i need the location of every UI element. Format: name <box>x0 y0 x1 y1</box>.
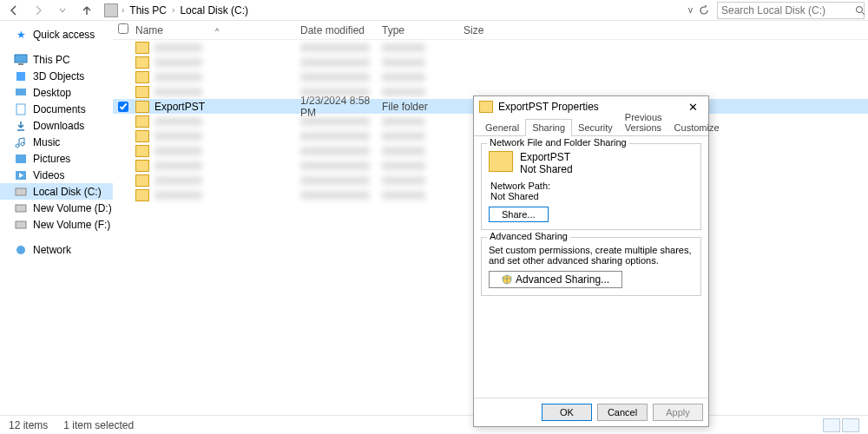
file-date: 1/23/2024 8:58 PM <box>300 95 382 119</box>
sidebar-item-this-pc[interactable]: This PC <box>0 51 113 68</box>
network-path-label: Network Path: <box>490 181 694 191</box>
network-icon <box>14 243 28 257</box>
pc-icon <box>14 53 28 67</box>
advanced-sharing-button[interactable]: Advanced Sharing... <box>489 271 622 288</box>
column-date[interactable]: Date modified <box>300 24 382 36</box>
folder-icon <box>135 42 149 54</box>
folder-icon <box>135 145 149 157</box>
network-path-value: Not Shared <box>490 191 694 201</box>
navigation-pane: ★ Quick access This PC 3D Objects Deskto… <box>0 21 113 415</box>
folder-icon <box>489 151 513 172</box>
tab-security[interactable]: Security <box>572 120 619 135</box>
up-button[interactable] <box>76 2 97 19</box>
refresh-button[interactable] <box>698 4 710 16</box>
table-row[interactable] <box>113 40 868 55</box>
close-button[interactable]: ✕ <box>682 101 703 114</box>
drive-icon <box>14 201 28 215</box>
sidebar-item-desktop[interactable]: Desktop <box>0 84 113 101</box>
apply-button[interactable]: Apply <box>653 404 703 421</box>
dropdown-icon[interactable]: v <box>688 5 693 15</box>
videos-icon <box>14 168 28 182</box>
row-checkbox[interactable] <box>118 102 128 112</box>
svg-rect-8 <box>16 155 26 163</box>
dialog-titlebar[interactable]: ExportPST Properties ✕ <box>474 96 708 117</box>
search-box[interactable] <box>717 2 865 19</box>
folder-icon <box>135 115 149 128</box>
view-large-button[interactable] <box>842 418 859 432</box>
svg-rect-4 <box>16 72 25 81</box>
sidebar-item-pictures[interactable]: Pictures <box>0 150 113 167</box>
file-name: ExportPST <box>155 101 205 113</box>
view-details-button[interactable] <box>823 418 840 432</box>
shared-folder-name: ExportPST <box>520 151 573 163</box>
downloads-icon <box>14 119 28 133</box>
shield-icon <box>502 274 512 285</box>
table-row[interactable] <box>113 55 868 69</box>
properties-dialog: ExportPST Properties ✕ General Sharing S… <box>473 95 709 427</box>
column-headers: Name^ Date modified Type Size <box>113 21 868 40</box>
cancel-button[interactable]: Cancel <box>597 404 648 421</box>
sidebar-item-new-volume-f[interactable]: New Volume (F:) <box>0 216 113 233</box>
sidebar-item-network[interactable]: Network <box>0 241 113 258</box>
forward-button[interactable] <box>28 2 49 19</box>
svg-point-0 <box>857 6 863 12</box>
crumb-path[interactable]: Local Disk (C:) <box>178 3 250 18</box>
folder-icon <box>135 56 149 69</box>
sidebar-item-documents[interactable]: Documents <box>0 101 113 117</box>
drive-icon <box>14 185 28 199</box>
svg-rect-11 <box>16 188 26 195</box>
sort-arrow-icon: ^ <box>215 27 219 36</box>
desktop-icon <box>14 86 28 100</box>
sidebar-item-quick-access[interactable]: ★ Quick access <box>0 26 113 43</box>
tab-sharing[interactable]: Sharing <box>525 119 572 136</box>
breadcrumb[interactable]: › This PC › Local Disk (C:) <box>101 1 681 20</box>
svg-rect-2 <box>15 55 27 62</box>
svg-rect-12 <box>16 205 26 212</box>
tab-previous-versions[interactable]: Previous Versions <box>619 109 668 135</box>
search-input[interactable] <box>721 4 852 16</box>
item-count: 12 items <box>9 419 48 431</box>
music-icon <box>14 135 28 149</box>
sidebar-item-downloads[interactable]: Downloads <box>0 117 113 134</box>
sidebar-item-local-disk-c[interactable]: Local Disk (C:) <box>0 183 113 200</box>
tab-general[interactable]: General <box>479 120 525 135</box>
svg-rect-5 <box>16 89 26 95</box>
folder-icon <box>135 174 149 187</box>
sidebar-item-new-volume-d[interactable]: New Volume (D:) <box>0 200 113 216</box>
ok-button[interactable]: OK <box>542 404 592 421</box>
sidebar-item-3d-objects[interactable]: 3D Objects <box>0 68 113 84</box>
folder-icon <box>479 101 493 113</box>
folder-icon <box>135 71 149 83</box>
advanced-sharing-group: Advanced Sharing Set custom permissions,… <box>481 237 701 296</box>
svg-rect-13 <box>16 221 26 228</box>
address-toolbar: › This PC › Local Disk (C:) v <box>0 0 868 21</box>
svg-point-14 <box>16 246 25 254</box>
back-button[interactable] <box>3 2 24 19</box>
sidebar-item-music[interactable]: Music <box>0 134 113 150</box>
advanced-sharing-description: Set custom permissions, create multiple … <box>489 245 694 266</box>
tab-customize[interactable]: Customize <box>668 120 726 135</box>
svg-rect-6 <box>16 104 25 115</box>
pictures-icon <box>14 152 28 166</box>
svg-rect-3 <box>18 63 23 65</box>
select-all-checkbox[interactable] <box>118 23 128 34</box>
group-label: Advanced Sharing <box>487 231 570 241</box>
selection-count: 1 item selected <box>63 419 134 431</box>
pc-icon <box>104 3 118 17</box>
folder-icon <box>135 160 149 172</box>
documents-icon <box>14 102 28 116</box>
table-row[interactable] <box>113 69 868 84</box>
recent-dropdown[interactable] <box>52 2 73 19</box>
dialog-button-row: OK Cancel Apply <box>474 398 708 426</box>
dialog-tabs: General Sharing Security Previous Versio… <box>474 117 708 136</box>
column-type[interactable]: Type <box>382 24 464 36</box>
search-icon[interactable] <box>855 5 865 16</box>
share-button[interactable]: Share... <box>489 207 549 222</box>
group-label: Network File and Folder Sharing <box>487 137 629 148</box>
column-size[interactable]: Size <box>464 24 533 36</box>
column-name[interactable]: Name^ <box>135 24 300 36</box>
shared-status: Not Shared <box>520 163 573 175</box>
crumb-root[interactable]: This PC <box>128 3 168 18</box>
sidebar-item-videos[interactable]: Videos <box>0 167 113 183</box>
file-type: File folder <box>382 101 464 113</box>
